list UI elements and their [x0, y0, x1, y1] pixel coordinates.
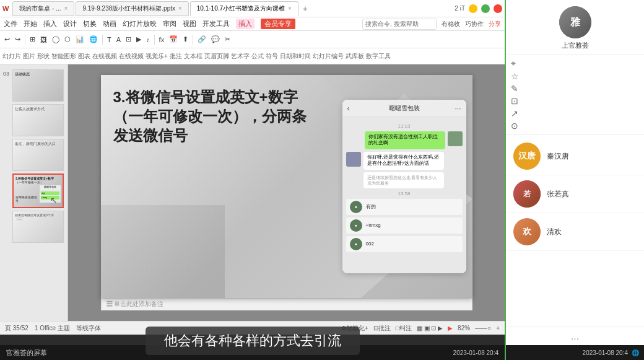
menu-member[interactable]: 会员专享 [261, 19, 295, 29]
correction-btn[interactable]: □纠注 [396, 324, 412, 333]
menu-insert[interactable]: 插入 [43, 19, 57, 29]
table-icon[interactable]: ⊞ [28, 34, 37, 45]
menu-design[interactable]: 设计 [63, 19, 77, 29]
sidebar-person-zhang[interactable]: 若 张若真 [506, 175, 644, 213]
avatar-zhang: 若 [513, 180, 541, 208]
right-sidebar: 雅 上官雅荟 ⌖ ☆ ✎ ⊡ ↗ ⊙ 汉唐 秦汉唐 若 [505, 0, 644, 360]
maximize-button[interactable] [481, 4, 490, 13]
new-tab-button[interactable]: + [300, 3, 311, 14]
tool-label-4: 智能图形 [51, 52, 76, 61]
play-button[interactable]: ▶ [448, 325, 453, 331]
video-icon[interactable]: ▶ [134, 34, 143, 45]
tool-label-12: 艺术字 [231, 52, 250, 61]
tool-label-2: 图片 [23, 52, 35, 61]
textbox-icon[interactable]: T [105, 35, 113, 45]
comment-icon[interactable]: 💬 [209, 34, 222, 45]
theme-info: 1 Office 主题 [35, 324, 70, 333]
bottom-caption: 他会有各种各样的方式去引流 [146, 327, 360, 355]
main-user-name: 上官雅荟 [562, 41, 589, 50]
tool-label-11: 页眉页脚 [204, 52, 229, 61]
wechat-mockup: ‹ 嗯嗯雪包装 ··· 11:13 你们家有没有适合性别工人职位的礼盒啊 [342, 100, 466, 273]
menu-developer[interactable]: 开发工具 [202, 19, 230, 29]
audio-icon[interactable]: ♪ [144, 35, 152, 45]
online-pic-icon[interactable]: 🌐 [87, 34, 100, 45]
tab-1[interactable]: 我的市集桌 - ... × [12, 1, 74, 16]
close-button[interactable] [494, 4, 502, 13]
menu-view[interactable]: 视图 [183, 19, 196, 29]
avatar-qinhan: 汉唐 [513, 143, 541, 170]
wechat-option-1: ● 有的 [346, 199, 463, 215]
sidebar-more-button[interactable]: ... [506, 327, 644, 345]
main-user-avatar: 雅 [559, 6, 591, 38]
art-text-icon[interactable]: A [115, 35, 123, 45]
slide-thumb-2[interactable]: 让客人按要求方式 [12, 104, 64, 136]
geo-shape-3 [101, 205, 225, 298]
tool-label-7: 在线视频 [119, 52, 144, 61]
add-note-bar[interactable]: ☰ 单击此处添加备注 [101, 298, 472, 310]
wechat-time-1: 11:13 [346, 123, 463, 129]
sidebar-icon-1[interactable]: ⌖ [511, 58, 516, 69]
sidebar-icon-4[interactable]: ⊡ [511, 96, 518, 106]
redo-button[interactable]: ↪ [13, 34, 22, 45]
chart-icon[interactable]: 📊 [74, 34, 86, 45]
slide-thumb-5[interactable]: 如果您将微信号设置成3个字（二） [12, 211, 64, 243]
tool-label-5: 图表 [78, 52, 90, 61]
cursor-indicator: ↖ [50, 195, 58, 205]
link-icon[interactable]: 🔗 [196, 34, 208, 45]
slide-panel: 03 活动状态 让客人按要求方式 [0, 64, 68, 321]
comment-btn[interactable]: ⊡批注 [373, 324, 391, 333]
slide-thumb-03[interactable]: 03 活动状态 [12, 69, 64, 102]
formula-icon[interactable]: fx [157, 35, 167, 45]
shape-icon[interactable]: ◯ [50, 34, 61, 45]
menu-insert-active[interactable]: 插入 [236, 19, 255, 29]
wechat-option-2: ● +hmxg [346, 217, 463, 234]
undo-button[interactable]: ↩ [2, 34, 12, 45]
wps-window: W 我的市集桌 - ... × 9.19-9.238版小红书材料框架.pptx … [0, 0, 505, 335]
zoom-in-button[interactable]: + [496, 325, 500, 331]
minimize-button[interactable] [469, 4, 477, 13]
tab-3[interactable]: 10.1-10.7小红书塑造及方向课椎 × [190, 1, 298, 16]
wechat-avatar-user [448, 131, 463, 146]
menu-home[interactable]: 开始 [24, 19, 37, 29]
menu-animations[interactable]: 动画 [103, 19, 116, 29]
header-icon[interactable]: ⬆ [181, 34, 190, 45]
menu-transitions[interactable]: 切换 [83, 19, 97, 29]
image-icon[interactable]: 🖼 [38, 35, 49, 45]
search-input[interactable] [362, 19, 437, 30]
tool-label-17: 武库板 [346, 52, 364, 61]
tool-label-9: 批注 [170, 52, 182, 61]
date-icon[interactable]: 📅 [167, 34, 180, 45]
slide-thumb-4-active[interactable]: 3.将微信号设置成英文+数字 （一年可修改一次）， 分两条发送微信号 嗯嗯雪包装… [12, 173, 64, 208]
menu-file[interactable]: 文件 [4, 19, 17, 29]
main-area: W 我的市集桌 - ... × 9.19-9.238版小红书材料框架.pptx … [0, 0, 505, 360]
datetime-label: 2023-01-08 20:4 [453, 349, 498, 356]
name-qinhan: 秦汉唐 [547, 151, 637, 162]
share-button[interactable]: 分享 [489, 20, 501, 29]
sidebar-icon-6[interactable]: ⊙ [511, 121, 518, 131]
paging-icon[interactable]: ⊡ [124, 34, 133, 45]
view-icons[interactable]: ▦ ▣ ⊡ ▶ [417, 325, 443, 331]
sidebar-icon-5[interactable]: ↗ [511, 108, 518, 118]
sidebar-icon-2[interactable]: ☆ [511, 71, 519, 81]
wechat-option-3: ● 002 [346, 236, 463, 252]
sidebar-person-qinhan[interactable]: 汉唐 秦汉唐 [506, 138, 644, 175]
main-slide[interactable]: 3.将微信号设置成英文+数字 （一年可修改一次），分两条 发送微信号 ‹ 嗯嗯雪… [101, 75, 472, 298]
slide-main-text: 3.将微信号设置成英文+数字 （一年可修改一次），分两条 发送微信号 [113, 87, 349, 146]
menu-review[interactable]: 审阅 [163, 19, 176, 29]
screen-shot-icon[interactable]: ✂ [223, 34, 232, 45]
wechat-msg-1: 你们家有没有适合性别工人职位的礼盒啊 [346, 131, 463, 149]
screen-label: 官雅荟的屏幕 [6, 348, 47, 358]
slide-thumb-3[interactable]: 备注、新用门展示的入口 [12, 139, 64, 171]
wechat-avatar-reply [346, 152, 361, 167]
menu-slideshow[interactable]: 幻灯片放映 [123, 19, 157, 29]
tool-label-6: 在线视频 [92, 52, 117, 61]
sidebar-icons: ⌖ ☆ ✎ ⊡ ↗ ⊙ [506, 55, 644, 135]
smart-diagram-icon[interactable]: ⬡ [63, 34, 72, 45]
sidebar-person-qinghuan[interactable]: 欢 清欢 [506, 213, 644, 251]
tool-label-3: 形状 [37, 52, 50, 61]
sidebar-icon-3[interactable]: ✎ [511, 84, 518, 94]
zoom-level: 82% [458, 325, 470, 331]
sub-toolbar: 幻灯片 图片 形状 智能图形 图表 在线视频 在线视频 视觉乐+ 批注 文本框 … [0, 48, 505, 64]
zoom-bar[interactable]: ——○ [475, 325, 491, 331]
tab-2[interactable]: 9.19-9.238版小红书材料框架.pptx × [76, 1, 188, 16]
